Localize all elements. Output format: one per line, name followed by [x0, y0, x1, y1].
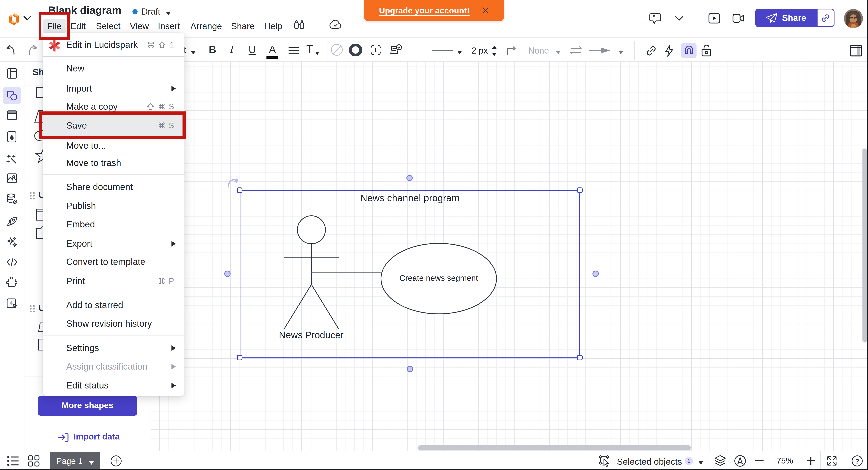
svg-text:”: ”: [652, 14, 655, 21]
svg-text:?: ?: [855, 458, 859, 465]
